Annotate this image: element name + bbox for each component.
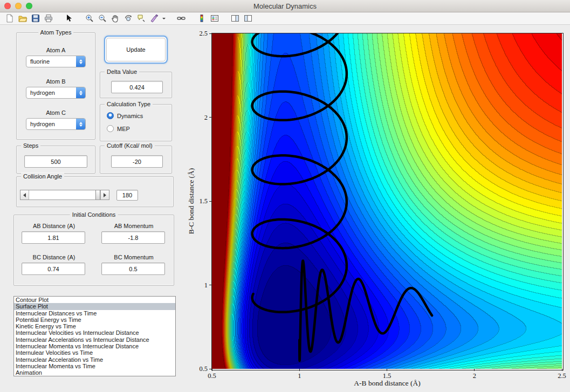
update-button-focus-ring: Update	[104, 36, 168, 64]
pan-icon[interactable]	[109, 12, 122, 24]
atom-b-label: Atom B	[17, 78, 95, 85]
cutoff-title: Cutoff (Kcal/ mol)	[105, 142, 155, 149]
show-plot-tools-icon[interactable]	[242, 12, 255, 24]
y-tick-mark	[209, 117, 211, 118]
list-item[interactable]: Internuclear Momenta vs Time	[14, 363, 175, 369]
toolbar-group	[63, 12, 75, 24]
data-cursor-icon[interactable]	[135, 12, 148, 24]
calculation-type-panel: Calculation Type Dynamics MEP	[100, 104, 172, 141]
list-item[interactable]: Internuclear Distances vs Time	[14, 310, 175, 317]
y-tick-mark	[209, 369, 211, 369]
y-tick-label: 1	[191, 281, 208, 290]
print-figure-icon[interactable]	[42, 12, 55, 24]
insert-colorbar-icon[interactable]	[195, 12, 208, 24]
list-item[interactable]: Internuclear Momenta vs Internuclear Dis…	[14, 343, 175, 349]
slider-right-arrow[interactable]	[100, 190, 109, 200]
x-tick-mark	[212, 369, 212, 371]
list-item[interactable]: Surface Plot	[14, 303, 175, 310]
list-item[interactable]: Contour Plot	[14, 297, 175, 303]
y-tick-label: 2	[191, 114, 208, 122]
left-triangle-icon	[23, 193, 26, 197]
toolbar-group	[195, 12, 221, 24]
brush-dropdown-icon[interactable]	[161, 12, 167, 24]
right-triangle-icon	[104, 193, 106, 197]
bc-distance-label: BC Distance (A)	[14, 254, 94, 260]
toolbar-group	[83, 12, 167, 24]
x-tick-mark	[299, 369, 300, 371]
radio-mep[interactable]: MEP	[107, 125, 130, 132]
list-item[interactable]: Kinetic Energy vs Time	[14, 323, 175, 329]
calculation-type-title: Calculation Type	[105, 101, 153, 107]
steps-panel: Steps	[16, 146, 95, 174]
save-figure-icon[interactable]	[29, 12, 42, 24]
list-item[interactable]: Animation	[14, 369, 175, 376]
toolbar-group	[175, 12, 188, 24]
ab-momentum-label: AB Momentum	[94, 223, 174, 229]
open-file-icon[interactable]	[16, 12, 29, 24]
list-item[interactable]: Internuclear Acceleration vs Time	[14, 356, 175, 363]
collision-angle-title: Collision Angle	[21, 173, 64, 180]
list-item[interactable]: Internuclear Accelerations vs Internucle…	[14, 336, 175, 343]
collision-angle-slider[interactable]	[20, 190, 109, 200]
atom-types-panel: Atom Types Atom A fluorine Atom B hydrog…	[16, 32, 95, 140]
atom-c-select[interactable]: hydrogen	[26, 118, 86, 130]
zoom-out-icon[interactable]	[96, 12, 109, 24]
ab-distance-field[interactable]	[22, 231, 85, 244]
popup-arrows-icon	[76, 119, 85, 129]
radio-dynamics[interactable]: Dynamics	[107, 112, 143, 119]
atom-b-select[interactable]: hydrogen	[26, 87, 86, 99]
edit-plot-pointer-icon[interactable]	[63, 12, 75, 24]
update-button[interactable]: Update	[106, 38, 166, 61]
x-tick-mark	[474, 369, 475, 371]
insert-legend-icon[interactable]	[208, 12, 221, 24]
atom-a-select[interactable]: fluorine	[26, 56, 86, 67]
bc-momentum-field[interactable]	[101, 263, 165, 275]
rotate-3d-icon[interactable]	[122, 12, 135, 24]
x-tick-label: 0.5	[204, 372, 219, 380]
zoom-button[interactable]	[26, 3, 32, 9]
ab-momentum-field[interactable]	[101, 231, 165, 244]
list-item[interactable]: Internuclear Velocities vs Internuclear …	[14, 329, 175, 336]
radio-mep-label: MEP	[117, 126, 130, 132]
window-title: Molecular Dynamics	[253, 2, 317, 10]
atom-a-value: fluorine	[26, 58, 76, 65]
hide-plot-tools-icon[interactable]	[229, 12, 242, 24]
steps-field[interactable]	[24, 155, 87, 168]
x-tick-label: 1.5	[380, 372, 395, 380]
collision-angle-field[interactable]	[116, 190, 138, 201]
new-figure-icon[interactable]	[3, 12, 16, 24]
x-tick-label: 1	[292, 372, 307, 380]
popup-arrows-icon	[76, 56, 85, 67]
bc-distance-field[interactable]	[22, 263, 85, 275]
delta-value-field[interactable]	[111, 81, 163, 93]
list-item[interactable]: Internulear Velocities vs Time	[14, 349, 175, 356]
y-tick-label: 2.5	[191, 30, 208, 38]
radio-selected-icon	[107, 112, 114, 119]
close-button[interactable]	[4, 3, 11, 9]
title-bar: Molecular Dynamics	[0, 0, 570, 12]
collision-angle-panel: Collision Angle	[16, 176, 174, 207]
x-tick-mark	[562, 369, 562, 371]
slider-thumb[interactable]	[95, 190, 100, 200]
plot-canvas[interactable]	[212, 33, 562, 369]
atom-a-label: Atom A	[17, 47, 95, 53]
bc-momentum-label: BC Momentum	[94, 254, 174, 260]
figure-toolbar	[0, 12, 570, 25]
plot-type-listbox[interactable]: Contour PlotSurface PlotInternuclear Dis…	[13, 296, 176, 376]
atom-c-value: hydrogen	[26, 121, 76, 127]
slider-left-arrow[interactable]	[20, 190, 29, 200]
popup-arrows-icon	[76, 87, 85, 98]
axes-frame	[211, 33, 564, 370]
brush-icon[interactable]	[148, 12, 161, 24]
zoom-in-icon[interactable]	[83, 12, 96, 24]
y-tick-label: 0.5	[191, 365, 208, 373]
y-tick-label: 1.5	[191, 197, 208, 205]
link-plot-icon[interactable]	[175, 12, 188, 24]
delta-value-panel: Delta Value	[100, 72, 172, 98]
y-tick-mark	[209, 201, 211, 202]
traffic-lights	[4, 3, 32, 9]
x-tick-mark	[387, 369, 387, 371]
cutoff-field[interactable]	[111, 155, 163, 168]
list-item[interactable]: Potential Energy vs Time	[14, 317, 175, 323]
minimize-button[interactable]	[15, 3, 22, 9]
